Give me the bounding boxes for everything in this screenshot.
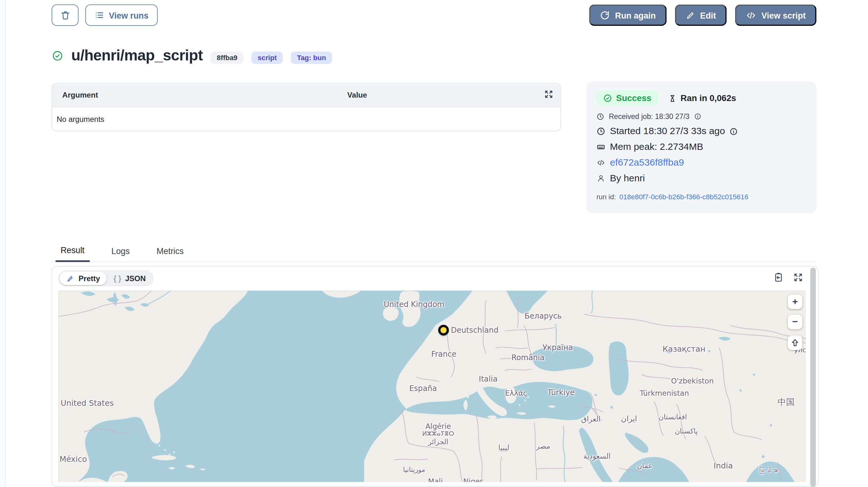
- result-card-actions: [773, 272, 803, 283]
- expand-args-icon[interactable]: [544, 89, 554, 99]
- north-arrow-icon: [790, 338, 800, 348]
- toggle-pretty[interactable]: Pretty: [60, 272, 107, 285]
- check-circle-icon: [603, 94, 612, 103]
- code-icon: [596, 158, 606, 168]
- duration: Ran in 0,062s: [668, 93, 736, 103]
- result-view-toggle: Pretty { } JSON: [58, 270, 154, 286]
- braces-icon: { }: [113, 274, 121, 283]
- edit-label: Edit: [700, 10, 716, 20]
- code-icon: [746, 10, 756, 21]
- duration-text: Ran in 0,062s: [681, 93, 736, 103]
- tab-result[interactable]: Result: [55, 245, 89, 262]
- run-detail-page: View runs Run again Edit View script u/h…: [0, 0, 868, 487]
- success-check-icon: [52, 50, 63, 62]
- by-user-text: By henri: [610, 173, 645, 184]
- arguments-table: Argument Value No arguments: [52, 83, 561, 131]
- map-zoom-out-button[interactable]: −: [788, 315, 802, 329]
- minus-icon: −: [792, 316, 798, 328]
- tab-logs[interactable]: Logs: [106, 246, 135, 261]
- run-info-panel: Success Ran in 0,062s Received job: 18:3…: [586, 81, 816, 213]
- result-map[interactable]: United KingdomБеларусьDeutschlandУкраїна…: [58, 291, 806, 482]
- map-zoom-in-button[interactable]: +: [788, 295, 802, 309]
- status-badge: Success: [596, 90, 658, 106]
- person-icon: [596, 174, 606, 183]
- view-script-button[interactable]: View script: [735, 4, 816, 26]
- trash-icon: [60, 10, 70, 21]
- map-marker[interactable]: [438, 325, 449, 336]
- world-map-svg: [58, 291, 806, 482]
- toggle-json[interactable]: { } JSON: [107, 272, 152, 285]
- no-arguments-row: No arguments: [52, 107, 561, 131]
- view-runs-button[interactable]: View runs: [85, 4, 157, 26]
- title-row: u/henri/map_script 8ffba9 script Tag: bu…: [52, 47, 816, 64]
- argument-column-header: Argument: [52, 91, 98, 99]
- run-id-link[interactable]: 018e80f7-0c6b-b26b-f366-c8b52c015616: [619, 193, 748, 201]
- edit-button[interactable]: Edit: [675, 4, 726, 26]
- no-arguments-text: No arguments: [57, 115, 104, 123]
- memory-icon: [596, 143, 606, 152]
- map-compass-button[interactable]: [788, 336, 802, 350]
- header-actions: Run again Edit View script: [589, 4, 816, 26]
- vertical-scrollbar[interactable]: [810, 268, 816, 487]
- pretty-label: Pretty: [79, 274, 100, 283]
- view-runs-label: View runs: [109, 10, 149, 20]
- status-text: Success: [616, 93, 651, 103]
- value-column-header: Value: [306, 91, 408, 99]
- json-label: JSON: [125, 274, 146, 283]
- info-icon[interactable]: [694, 113, 701, 120]
- result-card: Pretty { } JSON: [52, 266, 818, 487]
- hourglass-icon: [668, 94, 677, 103]
- script-hash-link[interactable]: ef672a536f8ffba9: [610, 157, 684, 169]
- collapsed-sidebar[interactable]: [0, 0, 6, 487]
- received-text: Received job: 18:30 27/3: [609, 112, 689, 121]
- tab-metrics[interactable]: Metrics: [151, 246, 189, 261]
- mem-peak-text: Mem peak: 2.2734MB: [610, 141, 703, 153]
- kind-badge: script: [252, 51, 283, 64]
- tag-badge: Tag: bun: [291, 51, 333, 64]
- delete-run-button[interactable]: [52, 4, 79, 26]
- refresh-icon: [600, 10, 610, 20]
- view-script-label: View script: [762, 10, 806, 20]
- started-text: Started 18:30 27/3 33s ago: [610, 126, 725, 137]
- plus-icon: +: [792, 296, 798, 308]
- list-icon: [94, 10, 104, 20]
- run-id-label: run id:: [596, 193, 616, 201]
- page-title: u/henri/map_script: [71, 47, 203, 64]
- clock-icon: [596, 112, 604, 120]
- result-tabs: Result Logs Metrics: [52, 241, 816, 262]
- fullscreen-icon[interactable]: [793, 272, 803, 283]
- clock-icon: [596, 127, 606, 136]
- arguments-table-header: Argument Value: [52, 84, 561, 108]
- run-again-label: Run again: [615, 10, 656, 20]
- pen-icon: [66, 274, 74, 283]
- hash-badge: 8ffba9: [211, 51, 244, 64]
- pencil-icon: [685, 10, 695, 20]
- copy-to-clipboard-icon[interactable]: [773, 272, 784, 283]
- info-icon[interactable]: [730, 127, 738, 136]
- run-again-button[interactable]: Run again: [589, 4, 666, 26]
